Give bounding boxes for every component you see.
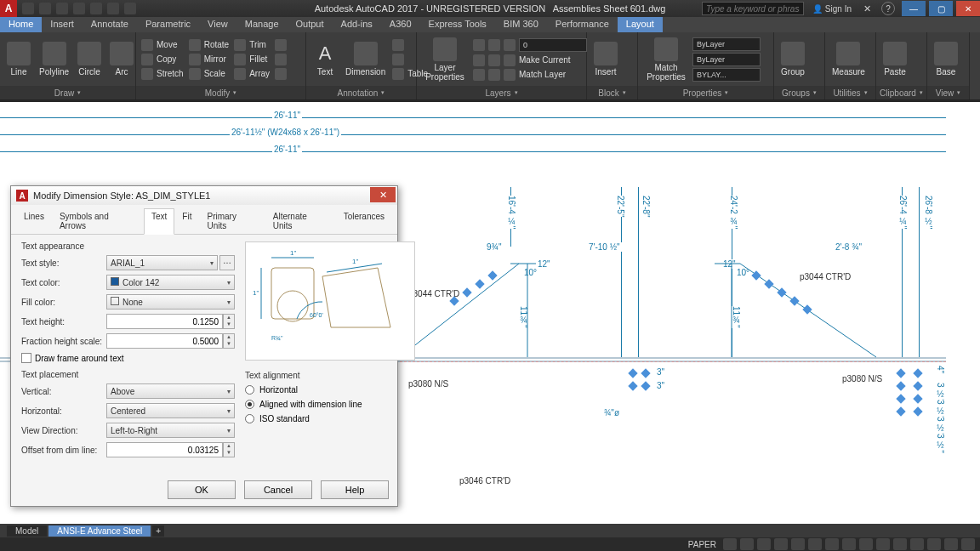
layer-dropdown[interactable]: 0 <box>519 38 587 52</box>
dtab-symbols[interactable]: Symbols and Arrows <box>52 208 144 234</box>
array-button[interactable]: Array <box>232 67 271 81</box>
copy-button[interactable]: Copy <box>140 53 185 66</box>
qat-icon[interactable] <box>39 3 51 14</box>
stretch-button[interactable]: Stretch <box>140 67 185 81</box>
spinner[interactable]: ▲▼ <box>223 442 235 457</box>
grip-icon[interactable] <box>628 381 637 390</box>
status-icon[interactable] <box>757 538 771 550</box>
layer-icon[interactable] <box>504 39 516 51</box>
tab-bim360[interactable]: BIM 360 <box>495 17 547 32</box>
insert-button[interactable]: Insert <box>590 42 621 77</box>
panel-block[interactable]: Block <box>587 86 637 99</box>
layer-icon[interactable] <box>488 39 500 51</box>
viewdir-select[interactable]: Left-to-Right <box>106 423 235 438</box>
measure-button[interactable]: Measure <box>829 42 869 77</box>
add-layout-button[interactable]: + <box>152 525 164 537</box>
status-icon[interactable] <box>876 538 890 550</box>
paste-button[interactable]: Paste <box>880 42 910 77</box>
grip-icon[interactable] <box>896 381 905 390</box>
grip-icon[interactable] <box>913 381 922 390</box>
panel-utilities[interactable]: Utilities <box>825 86 875 99</box>
status-icon[interactable] <box>927 538 941 550</box>
tab-view[interactable]: View <box>199 17 236 32</box>
align-horizontal-radio[interactable]: Horizontal <box>245 385 415 395</box>
search-input[interactable] <box>702 2 804 15</box>
ok-button[interactable]: OK <box>168 480 236 499</box>
linetype-dropdown[interactable]: BYLAY... <box>692 68 761 82</box>
align-iso-radio[interactable]: ISO standard <box>245 414 415 423</box>
spinner[interactable]: ▲▼ <box>223 333 235 349</box>
qat-icon[interactable] <box>124 3 136 14</box>
status-icon[interactable] <box>910 538 924 550</box>
style-browse-button[interactable]: … <box>219 255 235 270</box>
help-icon[interactable]: ? <box>881 2 895 15</box>
grip-icon[interactable] <box>896 406 905 416</box>
exchange-icon[interactable]: ✕ <box>860 3 875 14</box>
polyline-button[interactable]: Polyline <box>36 42 72 77</box>
modify-icon[interactable] <box>273 67 288 81</box>
align-dimline-radio[interactable]: Aligned with dimension line <box>245 400 415 409</box>
dtab-fit[interactable]: Fit <box>174 208 199 234</box>
tab-output[interactable]: Output <box>288 17 333 32</box>
layerprops-button[interactable]: Layer Properties <box>420 37 470 82</box>
qat-icon[interactable] <box>56 3 68 14</box>
tab-performance[interactable]: Performance <box>547 17 618 32</box>
maximize-button[interactable]: ▢ <box>929 1 953 16</box>
panel-groups[interactable]: Groups <box>774 86 824 99</box>
tab-home[interactable]: Home <box>0 17 42 32</box>
layer-icon[interactable] <box>473 39 485 51</box>
dtab-lines[interactable]: Lines <box>16 208 52 234</box>
modify-icon[interactable] <box>273 38 288 52</box>
model-tab[interactable]: Model <box>7 525 47 537</box>
status-icon[interactable] <box>961 538 975 550</box>
dialog-titlebar[interactable]: A Modify Dimension Style: AS_DIM_STYLE1 … <box>11 186 397 205</box>
dimension-button[interactable]: Dimension <box>342 42 389 77</box>
fillet-button[interactable]: Fillet <box>232 53 271 66</box>
qat-icon[interactable] <box>90 3 102 14</box>
vertical-select[interactable]: Above <box>106 383 235 399</box>
frac-scale-input[interactable] <box>106 333 223 349</box>
status-icon[interactable] <box>825 538 839 550</box>
fill-color-select[interactable]: None <box>106 294 235 310</box>
cancel-button[interactable]: Cancel <box>244 480 312 499</box>
status-icon[interactable] <box>944 538 958 550</box>
panel-view[interactable]: View <box>927 86 969 99</box>
text-color-select[interactable]: Color 142 <box>106 275 235 290</box>
tab-parametric[interactable]: Parametric <box>137 17 199 32</box>
draw-frame-checkbox[interactable]: Draw frame around text <box>21 353 235 363</box>
status-icon[interactable] <box>774 538 788 550</box>
qat-icon[interactable] <box>73 3 85 14</box>
arc-button[interactable]: Arc <box>106 42 137 77</box>
modify-icon[interactable] <box>273 53 288 66</box>
spinner[interactable]: ▲▼ <box>223 314 235 329</box>
status-icon[interactable] <box>723 538 737 550</box>
grip-icon[interactable] <box>913 406 922 416</box>
tab-addins[interactable]: Add-ins <box>333 17 381 32</box>
panel-modify[interactable]: Modify <box>136 86 305 99</box>
dtab-alternate[interactable]: Alternate Units <box>265 208 336 234</box>
status-icon[interactable] <box>808 538 822 550</box>
horizontal-select[interactable]: Centered <box>106 403 235 418</box>
grip-icon[interactable] <box>913 394 922 403</box>
text-style-select[interactable]: ARIAL_1 <box>106 255 218 270</box>
trim-button[interactable]: Trim <box>232 38 271 52</box>
panel-clipboard[interactable]: Clipboard <box>876 86 926 99</box>
color-dropdown[interactable]: ByLayer <box>692 37 761 51</box>
grip-icon[interactable] <box>896 394 905 403</box>
matchprops-button[interactable]: Match Properties <box>641 37 691 82</box>
status-icon[interactable] <box>893 538 907 550</box>
tab-manage[interactable]: Manage <box>236 17 288 32</box>
panel-draw[interactable]: Draw <box>0 86 135 99</box>
tab-annotate[interactable]: Annotate <box>83 17 137 32</box>
status-icon[interactable] <box>740 538 754 550</box>
lineweight-dropdown[interactable]: ByLayer <box>692 53 761 66</box>
panel-annotation[interactable]: Annotation <box>306 86 416 99</box>
text-height-input[interactable] <box>106 314 223 329</box>
dtab-primary[interactable]: Primary Units <box>199 208 265 234</box>
offset-input[interactable] <box>106 442 223 457</box>
matchlayer-button[interactable]: Match Layer <box>471 68 589 82</box>
mirror-button[interactable]: Mirror <box>187 53 231 66</box>
move-button[interactable]: Move <box>140 38 185 52</box>
paper-toggle[interactable]: PAPER <box>685 540 720 549</box>
close-button[interactable]: ✕ <box>370 187 396 202</box>
